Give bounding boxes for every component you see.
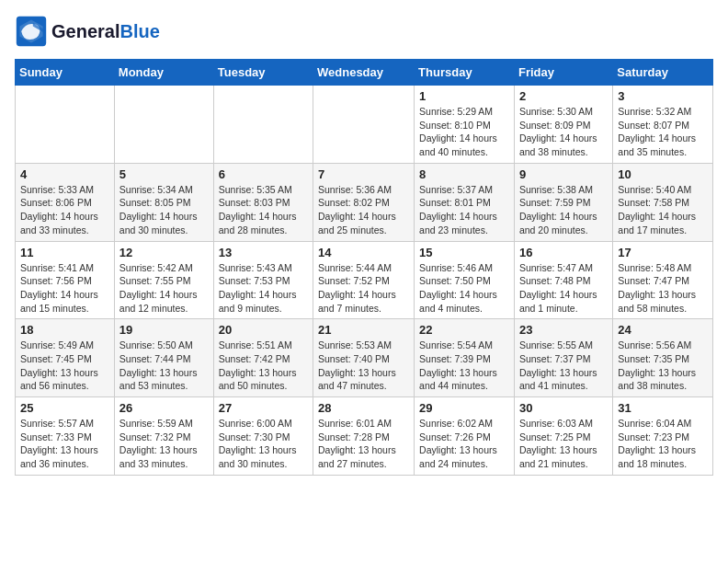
day-info: Sunrise: 5:48 AM Sunset: 7:47 PM Dayligh…	[618, 261, 708, 316]
page-header: GeneralBlue	[15, 15, 713, 48]
day-number: 14	[318, 246, 409, 259]
day-number: 30	[519, 401, 608, 415]
day-info: Sunrise: 5:43 AM Sunset: 7:53 PM Dayligh…	[219, 261, 308, 316]
day-info: Sunrise: 5:36 AM Sunset: 8:02 PM Dayligh…	[318, 183, 409, 237]
calendar-cell: 10Sunrise: 5:40 AM Sunset: 7:58 PM Dayli…	[613, 163, 713, 241]
calendar-cell: 21Sunrise: 5:53 AM Sunset: 7:40 PM Dayli…	[313, 319, 415, 397]
day-number: 16	[519, 246, 608, 259]
day-info: Sunrise: 6:00 AM Sunset: 7:30 PM Dayligh…	[219, 417, 308, 471]
day-number: 31	[618, 401, 708, 415]
day-number: 21	[318, 323, 409, 337]
day-number: 11	[20, 246, 109, 259]
day-info: Sunrise: 6:02 AM Sunset: 7:26 PM Dayligh…	[419, 417, 509, 471]
day-number: 9	[519, 167, 608, 181]
calendar-cell: 29Sunrise: 6:02 AM Sunset: 7:26 PM Dayli…	[415, 397, 515, 476]
calendar-cell: 1Sunrise: 5:29 AM Sunset: 8:10 PM Daylig…	[415, 86, 515, 164]
calendar-cell	[313, 86, 415, 164]
day-info: Sunrise: 5:37 AM Sunset: 8:01 PM Dayligh…	[419, 183, 509, 237]
day-number: 26	[119, 401, 209, 415]
day-number: 29	[419, 401, 509, 415]
calendar-cell: 16Sunrise: 5:47 AM Sunset: 7:48 PM Dayli…	[514, 241, 612, 319]
calendar-cell: 7Sunrise: 5:36 AM Sunset: 8:02 PM Daylig…	[313, 163, 415, 241]
day-number: 24	[618, 323, 708, 337]
calendar-cell: 9Sunrise: 5:38 AM Sunset: 7:59 PM Daylig…	[514, 163, 612, 241]
day-info: Sunrise: 5:55 AM Sunset: 7:37 PM Dayligh…	[519, 339, 608, 393]
day-info: Sunrise: 5:54 AM Sunset: 7:39 PM Dayligh…	[419, 339, 509, 393]
calendar-cell: 11Sunrise: 5:41 AM Sunset: 7:56 PM Dayli…	[16, 241, 115, 319]
calendar-cell: 14Sunrise: 5:44 AM Sunset: 7:52 PM Dayli…	[313, 241, 415, 319]
day-number: 18	[20, 323, 109, 337]
header-thursday: Thursday	[415, 60, 515, 86]
day-info: Sunrise: 5:41 AM Sunset: 7:56 PM Dayligh…	[20, 261, 109, 316]
day-number: 10	[618, 167, 708, 181]
calendar-cell: 6Sunrise: 5:35 AM Sunset: 8:03 PM Daylig…	[213, 163, 313, 241]
calendar-cell: 24Sunrise: 5:56 AM Sunset: 7:35 PM Dayli…	[613, 319, 713, 397]
day-info: Sunrise: 5:32 AM Sunset: 8:07 PM Dayligh…	[618, 105, 708, 159]
day-number: 12	[119, 246, 209, 259]
day-number: 5	[119, 167, 209, 181]
day-info: Sunrise: 5:40 AM Sunset: 7:58 PM Dayligh…	[618, 183, 708, 237]
header-sunday: Sunday	[16, 60, 115, 86]
calendar-cell: 31Sunrise: 6:04 AM Sunset: 7:23 PM Dayli…	[613, 397, 713, 476]
calendar-cell: 3Sunrise: 5:32 AM Sunset: 8:07 PM Daylig…	[613, 86, 713, 164]
calendar-cell	[213, 86, 313, 164]
calendar-cell: 4Sunrise: 5:33 AM Sunset: 8:06 PM Daylig…	[16, 163, 115, 241]
calendar-cell: 8Sunrise: 5:37 AM Sunset: 8:01 PM Daylig…	[415, 163, 515, 241]
calendar-week-row: 11Sunrise: 5:41 AM Sunset: 7:56 PM Dayli…	[16, 241, 713, 319]
day-number: 7	[318, 167, 409, 181]
day-number: 3	[618, 89, 708, 103]
calendar-cell: 19Sunrise: 5:50 AM Sunset: 7:44 PM Dayli…	[114, 319, 213, 397]
calendar-cell	[114, 86, 213, 164]
logo: GeneralBlue	[15, 15, 160, 48]
calendar-cell: 23Sunrise: 5:55 AM Sunset: 7:37 PM Dayli…	[514, 319, 612, 397]
calendar-cell: 18Sunrise: 5:49 AM Sunset: 7:45 PM Dayli…	[16, 319, 115, 397]
calendar-cell: 20Sunrise: 5:51 AM Sunset: 7:42 PM Dayli…	[213, 319, 313, 397]
calendar-cell	[16, 86, 115, 164]
day-info: Sunrise: 6:01 AM Sunset: 7:28 PM Dayligh…	[318, 417, 409, 471]
day-number: 8	[419, 167, 509, 181]
day-number: 22	[419, 323, 509, 337]
day-info: Sunrise: 5:57 AM Sunset: 7:33 PM Dayligh…	[20, 417, 109, 471]
calendar-header-row: SundayMondayTuesdayWednesdayThursdayFrid…	[16, 60, 713, 86]
calendar-cell: 25Sunrise: 5:57 AM Sunset: 7:33 PM Dayli…	[16, 397, 115, 476]
day-number: 17	[618, 246, 708, 259]
calendar-cell: 27Sunrise: 6:00 AM Sunset: 7:30 PM Dayli…	[213, 397, 313, 476]
calendar-cell: 28Sunrise: 6:01 AM Sunset: 7:28 PM Dayli…	[313, 397, 415, 476]
day-number: 28	[318, 401, 409, 415]
day-info: Sunrise: 5:56 AM Sunset: 7:35 PM Dayligh…	[618, 339, 708, 393]
day-info: Sunrise: 6:04 AM Sunset: 7:23 PM Dayligh…	[618, 417, 708, 471]
header-saturday: Saturday	[613, 60, 713, 86]
header-friday: Friday	[514, 60, 612, 86]
day-info: Sunrise: 5:50 AM Sunset: 7:44 PM Dayligh…	[119, 339, 209, 393]
calendar-cell: 2Sunrise: 5:30 AM Sunset: 8:09 PM Daylig…	[514, 86, 612, 164]
day-number: 4	[20, 167, 109, 181]
day-info: Sunrise: 5:29 AM Sunset: 8:10 PM Dayligh…	[419, 105, 509, 159]
day-info: Sunrise: 5:47 AM Sunset: 7:48 PM Dayligh…	[519, 261, 608, 316]
day-info: Sunrise: 5:30 AM Sunset: 8:09 PM Dayligh…	[519, 105, 608, 159]
calendar-cell: 17Sunrise: 5:48 AM Sunset: 7:47 PM Dayli…	[613, 241, 713, 319]
header-tuesday: Tuesday	[213, 60, 313, 86]
calendar-week-row: 4Sunrise: 5:33 AM Sunset: 8:06 PM Daylig…	[16, 163, 713, 241]
logo-icon	[15, 15, 48, 48]
day-number: 15	[419, 246, 509, 259]
calendar-cell: 5Sunrise: 5:34 AM Sunset: 8:05 PM Daylig…	[114, 163, 213, 241]
calendar-week-row: 1Sunrise: 5:29 AM Sunset: 8:10 PM Daylig…	[16, 86, 713, 164]
calendar-cell: 30Sunrise: 6:03 AM Sunset: 7:25 PM Dayli…	[514, 397, 612, 476]
calendar-week-row: 25Sunrise: 5:57 AM Sunset: 7:33 PM Dayli…	[16, 397, 713, 476]
calendar-cell: 12Sunrise: 5:42 AM Sunset: 7:55 PM Dayli…	[114, 241, 213, 319]
calendar-cell: 15Sunrise: 5:46 AM Sunset: 7:50 PM Dayli…	[415, 241, 515, 319]
day-info: Sunrise: 5:34 AM Sunset: 8:05 PM Dayligh…	[119, 183, 209, 237]
day-number: 13	[219, 246, 308, 259]
calendar-cell: 22Sunrise: 5:54 AM Sunset: 7:39 PM Dayli…	[415, 319, 515, 397]
header-wednesday: Wednesday	[313, 60, 415, 86]
calendar-cell: 13Sunrise: 5:43 AM Sunset: 7:53 PM Dayli…	[213, 241, 313, 319]
day-number: 25	[20, 401, 109, 415]
day-number: 1	[419, 89, 509, 103]
day-number: 27	[219, 401, 308, 415]
header-monday: Monday	[114, 60, 213, 86]
calendar-week-row: 18Sunrise: 5:49 AM Sunset: 7:45 PM Dayli…	[16, 319, 713, 397]
day-number: 6	[219, 167, 308, 181]
day-info: Sunrise: 6:03 AM Sunset: 7:25 PM Dayligh…	[519, 417, 608, 471]
day-info: Sunrise: 5:33 AM Sunset: 8:06 PM Dayligh…	[20, 183, 109, 237]
logo-text: GeneralBlue	[51, 21, 160, 42]
